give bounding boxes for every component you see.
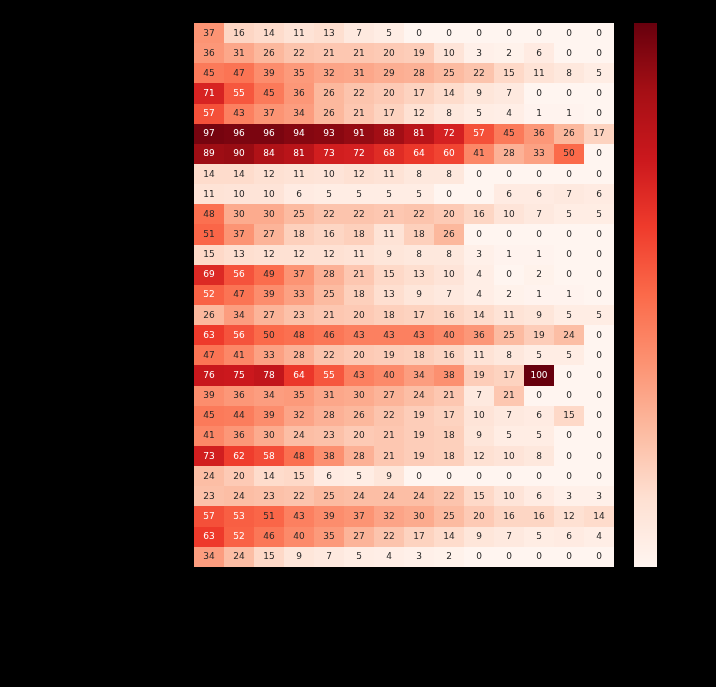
- heatmap-cell: 17: [434, 406, 464, 426]
- heatmap-cell: 8: [434, 245, 464, 265]
- heatmap-cell: 21: [314, 43, 344, 63]
- heatmap-cell: 0: [584, 426, 614, 446]
- heatmap-cell: 32: [374, 506, 404, 526]
- heatmap-cell: 8: [554, 63, 584, 83]
- heatmap-cell: 0: [554, 164, 584, 184]
- heatmap-cell: 31: [314, 386, 344, 406]
- heatmap-cell: 28: [494, 144, 524, 164]
- heatmap-cell: 37: [254, 104, 284, 124]
- heatmap-cell: 6: [524, 406, 554, 426]
- heatmap-cell: 2: [524, 265, 554, 285]
- heatmap-cell: 39: [194, 386, 224, 406]
- heatmap-cell: 51: [194, 224, 224, 244]
- heatmap-cell: 15: [254, 547, 284, 567]
- heatmap-cell: 0: [464, 23, 494, 43]
- heatmap-cell: 41: [464, 144, 494, 164]
- heatmap-cell: 33: [284, 285, 314, 305]
- heatmap-cell: 63: [194, 325, 224, 345]
- heatmap-cell: 1: [524, 245, 554, 265]
- heatmap-cell: 0: [584, 285, 614, 305]
- heatmap-cell: 16: [494, 506, 524, 526]
- heatmap-cell: 57: [464, 124, 494, 144]
- heatmap-cell: 1: [554, 104, 584, 124]
- heatmap-cell: 22: [284, 486, 314, 506]
- heatmap-cell: 8: [434, 164, 464, 184]
- heatmap-cell: 55: [314, 365, 344, 385]
- heatmap-cell: 39: [254, 406, 284, 426]
- heatmap-cell: 31: [224, 43, 254, 63]
- heatmap-cell: 34: [404, 365, 434, 385]
- heatmap-cell: 72: [344, 144, 374, 164]
- heatmap-cell: 18: [284, 224, 314, 244]
- heatmap-cell: 0: [584, 446, 614, 466]
- heatmap-cell: 14: [254, 23, 284, 43]
- heatmap-cell: 41: [194, 426, 224, 446]
- heatmap-cell: 14: [584, 506, 614, 526]
- heatmap-cell: 10: [434, 265, 464, 285]
- heatmap-cell: 38: [314, 446, 344, 466]
- heatmap-cell: 0: [494, 265, 524, 285]
- heatmap-cell: 48: [194, 204, 224, 224]
- heatmap-cell: 7: [494, 406, 524, 426]
- heatmap-cell: 0: [464, 164, 494, 184]
- heatmap-cell: 5: [584, 204, 614, 224]
- heatmap-cell: 0: [434, 466, 464, 486]
- heatmap-cell: 12: [254, 245, 284, 265]
- heatmap-cell: 52: [224, 527, 254, 547]
- heatmap-cell: 11: [494, 305, 524, 325]
- heatmap-cell: 21: [374, 426, 404, 446]
- heatmap-cell: 22: [404, 204, 434, 224]
- heatmap-cell: 28: [314, 265, 344, 285]
- heatmap-cell: 7: [314, 547, 344, 567]
- heatmap-cell: 96: [224, 124, 254, 144]
- heatmap-cell: 24: [554, 325, 584, 345]
- heatmap-cell: 43: [344, 365, 374, 385]
- heatmap-cell: 0: [524, 164, 554, 184]
- heatmap-cell: 10: [494, 204, 524, 224]
- heatmap-cell: 22: [314, 204, 344, 224]
- heatmap-cell: 36: [224, 386, 254, 406]
- heatmap-cell: 20: [434, 204, 464, 224]
- heatmap-cell: 16: [434, 305, 464, 325]
- heatmap-cell: 25: [314, 285, 344, 305]
- heatmap-cell: 15: [494, 63, 524, 83]
- heatmap-cell: 6: [524, 184, 554, 204]
- heatmap-cell: 12: [254, 164, 284, 184]
- heatmap-cell: 58: [254, 446, 284, 466]
- heatmap-cell: 10: [314, 164, 344, 184]
- heatmap-cell: 14: [224, 164, 254, 184]
- heatmap-cell: 12: [404, 104, 434, 124]
- heatmap-cell: 7: [494, 527, 524, 547]
- heatmap-cell: 0: [554, 547, 584, 567]
- heatmap-cell: 15: [374, 265, 404, 285]
- heatmap-cell: 28: [404, 63, 434, 83]
- heatmap-cell: 12: [314, 245, 344, 265]
- heatmap-cell: 45: [194, 63, 224, 83]
- heatmap-cell: 18: [404, 224, 434, 244]
- heatmap-cell: 0: [584, 406, 614, 426]
- heatmap-cell: 22: [434, 486, 464, 506]
- heatmap-cell: 39: [254, 63, 284, 83]
- heatmap-cell: 17: [584, 124, 614, 144]
- heatmap-cell: 50: [554, 144, 584, 164]
- heatmap-cell: 28: [284, 345, 314, 365]
- heatmap-cell: 0: [554, 43, 584, 63]
- heatmap-cell: 22: [314, 345, 344, 365]
- heatmap-cell: 0: [584, 245, 614, 265]
- heatmap-cell: 14: [254, 466, 284, 486]
- heatmap-cell: 35: [284, 63, 314, 83]
- heatmap-cell: 97: [194, 124, 224, 144]
- heatmap-cell: 4: [374, 547, 404, 567]
- heatmap-cell: 5: [554, 204, 584, 224]
- heatmap-cell: 0: [554, 386, 584, 406]
- heatmap-cell: 11: [464, 345, 494, 365]
- heatmap-cell: 11: [374, 164, 404, 184]
- heatmap-cell: 7: [344, 23, 374, 43]
- heatmap-cell: 17: [404, 527, 434, 547]
- heatmap-cell: 35: [314, 527, 344, 547]
- heatmap-cell: 0: [494, 547, 524, 567]
- heatmap-cell: 43: [344, 325, 374, 345]
- heatmap-cell: 15: [464, 486, 494, 506]
- heatmap-cell: 27: [254, 305, 284, 325]
- heatmap-cell: 47: [224, 63, 254, 83]
